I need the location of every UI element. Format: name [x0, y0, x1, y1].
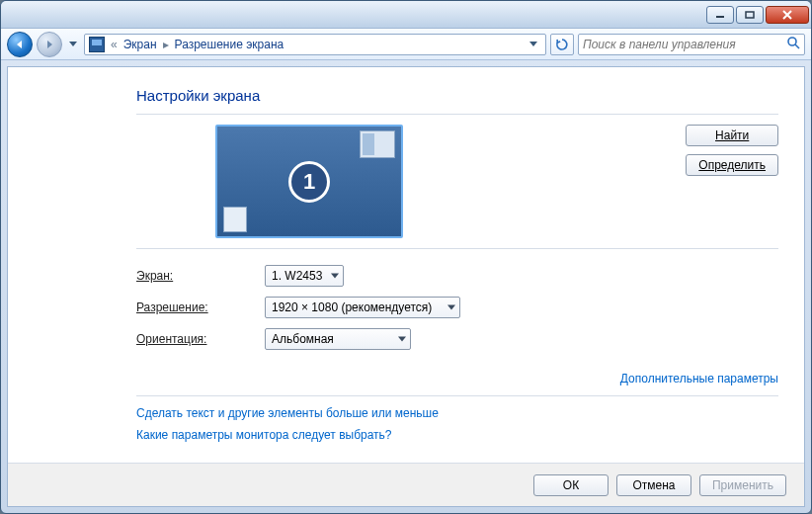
advanced-link-row: Дополнительные параметры — [136, 372, 778, 386]
chevron-down-icon — [331, 274, 339, 279]
svg-point-2 — [788, 38, 796, 45]
which-monitor-link[interactable]: Какие параметры монитора следует выбрать… — [136, 428, 778, 442]
address-dropdown[interactable] — [526, 37, 541, 52]
resolution-combo[interactable]: 1920 × 1080 (рекомендуется) — [265, 297, 460, 318]
detect-button[interactable]: Определить — [686, 154, 778, 176]
minimize-button[interactable] — [706, 6, 734, 24]
search-icon[interactable] — [786, 36, 800, 52]
navbar: « Экран ▸ Разрешение экрана — [1, 29, 811, 60]
preview-buttons: Найти Определить — [686, 125, 778, 176]
refresh-button[interactable] — [550, 34, 574, 55]
label-display: Экран: — [136, 269, 265, 283]
row-orientation: Ориентация: Альбомная — [136, 328, 778, 350]
resolution-combo-value: 1920 × 1080 (рекомендуется) — [272, 300, 432, 314]
client-area: Настройки экрана 1 Найти Определить Экра… — [7, 66, 805, 507]
display-combo-value: 1. W2453 — [272, 269, 322, 283]
apply-button[interactable]: Применить — [699, 474, 786, 496]
search-box[interactable] — [578, 34, 805, 55]
svg-rect-0 — [716, 16, 724, 18]
label-resolution: Разрешение: — [136, 300, 265, 314]
page-title: Настройки экрана — [136, 87, 778, 104]
help-links: Сделать текст и другие элементы больше и… — [136, 406, 778, 442]
footer: ОК Отмена Применить — [8, 463, 804, 506]
chevron-down-icon — [447, 305, 455, 310]
chevron-down-icon — [398, 337, 406, 342]
close-button[interactable] — [766, 6, 809, 24]
preview-window-icon — [360, 130, 395, 158]
settings-form: Экран: 1. W2453 Разрешение: 1920 × 1080 … — [136, 265, 778, 350]
monitor-preview[interactable]: 1 — [215, 125, 403, 238]
advanced-settings-link[interactable]: Дополнительные параметры — [620, 372, 778, 386]
breadcrumb-display[interactable]: Экран — [123, 38, 157, 51]
label-orientation: Ориентация: — [136, 332, 265, 346]
address-bar[interactable]: « Экран ▸ Разрешение экрана — [84, 34, 546, 55]
breadcrumb-resolution[interactable]: Разрешение экрана — [175, 38, 284, 51]
preview-window-icon — [223, 207, 247, 232]
svg-line-3 — [795, 44, 799, 48]
search-input[interactable] — [583, 38, 786, 51]
divider — [136, 395, 778, 396]
maximize-button[interactable] — [736, 6, 764, 24]
row-resolution: Разрешение: 1920 × 1080 (рекомендуется) — [136, 297, 778, 318]
window: « Экран ▸ Разрешение экрана Настройки эк… — [0, 0, 812, 514]
chevron-right-icon: ▸ — [161, 38, 171, 51]
orientation-combo[interactable]: Альбомная — [265, 328, 411, 350]
control-panel-icon — [89, 37, 105, 52]
titlebar — [1, 1, 811, 29]
row-display: Экран: 1. W2453 — [136, 265, 778, 287]
nav-forward-button[interactable] — [37, 32, 62, 57]
find-button[interactable]: Найти — [686, 125, 778, 146]
display-combo[interactable]: 1. W2453 — [265, 265, 344, 287]
monitor-preview-row: 1 Найти Определить — [136, 114, 778, 249]
svg-rect-1 — [746, 12, 754, 18]
ok-button[interactable]: ОК — [533, 474, 609, 496]
nav-back-button[interactable] — [7, 32, 33, 57]
text-size-link[interactable]: Сделать текст и другие элементы больше и… — [136, 406, 778, 420]
breadcrumb-prefix: « — [109, 38, 120, 51]
nav-history-dropdown[interactable] — [66, 35, 80, 54]
cancel-button[interactable]: Отмена — [616, 474, 691, 496]
orientation-combo-value: Альбомная — [272, 332, 334, 346]
monitor-number-badge: 1 — [288, 161, 330, 203]
